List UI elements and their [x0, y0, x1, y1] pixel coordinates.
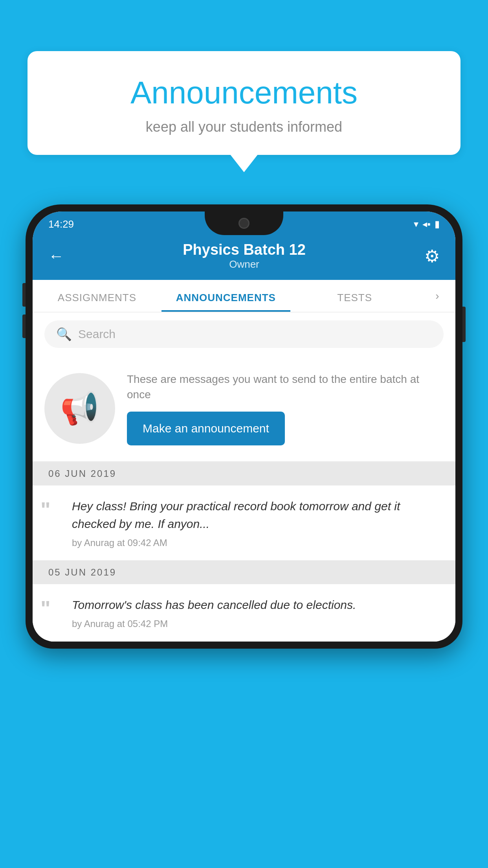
wifi-icon: ▾	[414, 219, 418, 230]
speech-bubble-subtitle: keep all your students informed	[59, 119, 429, 135]
announcement-content-1: Hey class! Bring your practical record b…	[72, 497, 444, 548]
power-button[interactable]	[462, 307, 466, 342]
search-icon: 🔍	[56, 327, 72, 342]
speech-bubble: Announcements keep all your students inf…	[28, 51, 460, 155]
battery-icon: ▮	[435, 219, 440, 230]
signal-icon: ◂▪	[422, 219, 431, 230]
cta-description: These are messages you want to send to t…	[127, 371, 444, 402]
quote-icon-1: "	[40, 497, 64, 520]
phone-outer: 14:29 ▾ ◂▪ ▮ ← Physics Batch 12 Owner ⚙ …	[26, 204, 462, 649]
megaphone-circle: 📢	[44, 373, 115, 444]
announcement-cta: 📢 These are messages you want to send to…	[33, 356, 455, 462]
header-subtitle: Owner	[183, 258, 306, 270]
speech-bubble-area: Announcements keep all your students inf…	[28, 51, 460, 155]
search-container: 🔍 Search	[33, 313, 455, 356]
header-center: Physics Batch 12 Owner	[183, 241, 306, 270]
date-label-1: 06 JUN 2019	[48, 468, 116, 479]
tab-more[interactable]: ›	[419, 280, 455, 312]
front-camera	[238, 218, 250, 229]
speech-bubble-title: Announcements	[59, 75, 429, 111]
announcement-text-1: Hey class! Bring your practical record b…	[72, 497, 444, 533]
announcement-item-2[interactable]: " Tomorrow's class has been cancelled du…	[33, 584, 455, 642]
volume-down-button[interactable]	[22, 314, 26, 338]
tabs: ASSIGNMENTS ANNOUNCEMENTS TESTS ›	[33, 280, 455, 313]
search-placeholder: Search	[78, 327, 116, 341]
announcement-item-1[interactable]: " Hey class! Bring your practical record…	[33, 485, 455, 561]
date-divider-2: 05 JUN 2019	[33, 561, 455, 584]
quote-icon-2: "	[40, 596, 64, 619]
date-divider-1: 06 JUN 2019	[33, 462, 455, 485]
announcement-meta-2: by Anurag at 05:42 PM	[72, 618, 444, 629]
announcement-meta-1: by Anurag at 09:42 AM	[72, 537, 444, 548]
settings-icon[interactable]: ⚙	[424, 246, 440, 266]
search-bar[interactable]: 🔍 Search	[44, 320, 444, 348]
tab-tests[interactable]: TESTS	[290, 280, 419, 312]
app-header: ← Physics Batch 12 Owner ⚙	[33, 234, 455, 280]
cta-right: These are messages you want to send to t…	[127, 371, 444, 445]
tab-assignments[interactable]: ASSIGNMENTS	[33, 280, 161, 312]
phone-notch	[205, 211, 283, 235]
status-time: 14:29	[48, 218, 74, 230]
status-icons: ▾ ◂▪ ▮	[414, 219, 440, 230]
phone-screen: 14:29 ▾ ◂▪ ▮ ← Physics Batch 12 Owner ⚙ …	[33, 211, 455, 642]
header-title: Physics Batch 12	[183, 241, 306, 258]
date-label-2: 05 JUN 2019	[48, 567, 116, 577]
announcement-content-2: Tomorrow's class has been cancelled due …	[72, 596, 444, 629]
make-announcement-button[interactable]: Make an announcement	[127, 412, 285, 445]
announcement-text-2: Tomorrow's class has been cancelled due …	[72, 596, 444, 614]
tab-announcements[interactable]: ANNOUNCEMENTS	[161, 280, 290, 312]
back-button[interactable]: ←	[48, 247, 64, 265]
volume-up-button[interactable]	[22, 283, 26, 307]
phone-mockup: 14:29 ▾ ◂▪ ▮ ← Physics Batch 12 Owner ⚙ …	[26, 204, 462, 868]
megaphone-icon: 📢	[60, 390, 99, 427]
